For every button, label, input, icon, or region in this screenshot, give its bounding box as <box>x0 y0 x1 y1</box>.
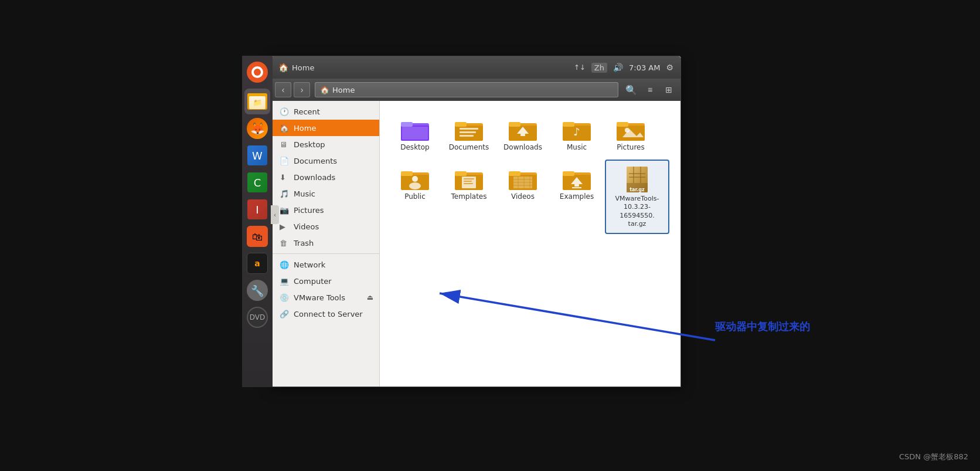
templates-folder-icon <box>454 165 484 191</box>
svg-rect-38 <box>509 171 520 176</box>
sidebar-collapse-toggle[interactable]: ‹ <box>271 205 279 224</box>
folder-music[interactable]: ♪ Music <box>551 110 603 157</box>
dock-item-ubuntu[interactable] <box>244 59 270 85</box>
dock-item-settings[interactable]: 🔧 <box>244 277 270 303</box>
svg-rect-2 <box>401 122 413 127</box>
dock-item-appstore[interactable]: 🛍 <box>244 223 270 249</box>
folder-examples[interactable]: Examples <box>551 160 603 234</box>
grid-view-button[interactable]: ⊞ <box>661 82 677 97</box>
svg-rect-17 <box>563 122 574 127</box>
location-bar[interactable]: 🏠 Home <box>315 82 618 97</box>
svg-rect-31 <box>455 171 467 176</box>
downloads-label: Downloads <box>294 173 335 182</box>
lang-indicator: Zh <box>591 63 607 73</box>
desktop-label: Desktop <box>294 140 325 149</box>
sidebar-item-pictures[interactable]: 📷 Pictures <box>271 202 379 218</box>
documents-icon: 📄 <box>280 157 289 165</box>
location-text: Home <box>332 86 355 94</box>
folder-downloads[interactable]: Downloads <box>497 110 549 157</box>
file-vmwaretools[interactable]: tar.gz VMwareTools-10.3.23-16594550.tar.… <box>605 160 669 234</box>
titlebar-right: ↑↓ Zh 🔊 7:03 AM ⚙ <box>574 63 673 73</box>
templates-folder-label: Templates <box>451 192 486 201</box>
folder-public[interactable]: Public <box>389 160 441 234</box>
network-label: Network <box>294 260 325 269</box>
dock-item-calc[interactable]: C <box>244 170 270 195</box>
back-button[interactable]: ‹ <box>275 82 291 97</box>
documents-label: Documents <box>294 157 337 165</box>
downloads-folder-label: Downloads <box>503 143 542 151</box>
folder-videos[interactable]: Videos <box>497 160 549 234</box>
titlebar: 🏠 Home ↑↓ Zh 🔊 7:03 AM ⚙ <box>271 56 680 79</box>
public-folder-icon <box>400 165 430 191</box>
dock-item-dvd[interactable]: DVD <box>244 304 270 330</box>
videos-label: Videos <box>294 222 319 231</box>
svg-rect-35 <box>464 183 473 184</box>
svg-rect-8 <box>460 131 476 133</box>
file-manager-window: 🏠 Home ↑↓ Zh 🔊 7:03 AM ⚙ ‹ › 🏠 Home 🔍 ≡ … <box>271 56 681 387</box>
sidebar-item-vmware[interactable]: 💿 VMware Tools ⏏ <box>271 289 379 306</box>
computer-label: Computer <box>294 277 332 286</box>
sidebar-item-videos[interactable]: ▶ Videos <box>271 218 379 235</box>
sidebar-item-documents[interactable]: 📄 Documents <box>271 153 379 169</box>
forward-button[interactable]: › <box>294 82 310 97</box>
svg-rect-50 <box>574 184 579 187</box>
examples-folder-icon <box>562 165 592 191</box>
list-view-button[interactable]: ≡ <box>642 82 658 97</box>
dock-item-impress[interactable]: I <box>244 196 270 222</box>
svg-text:tar.gz: tar.gz <box>629 187 645 192</box>
dock-item-firefox[interactable]: 🦊 <box>244 116 270 141</box>
sidebar-item-recent[interactable]: 🕐 Recent <box>271 103 379 120</box>
sidebar-item-downloads[interactable]: ⬇ Downloads <box>271 169 379 185</box>
sidebar-item-connect[interactable]: 🔗 Connect to Server <box>271 306 379 322</box>
dock: 📁 🦊 W C I 🛍 a 🔧 DVD <box>242 56 273 387</box>
svg-rect-21 <box>617 122 628 127</box>
annotation-text: 驱动器中复制过来的 <box>715 320 810 334</box>
svg-rect-34 <box>464 181 472 182</box>
sidebar-item-desktop[interactable]: 🖥 Desktop <box>271 136 379 153</box>
pictures-icon: 📷 <box>280 206 289 215</box>
sidebar-item-network[interactable]: 🌐 Network <box>271 256 379 273</box>
desktop-folder-icon <box>400 116 430 142</box>
folder-templates[interactable]: Templates <box>443 160 495 234</box>
music-folder-label: Music <box>567 143 587 151</box>
sidebar-item-trash[interactable]: 🗑 Trash <box>271 235 379 251</box>
folder-desktop[interactable]: Desktop <box>389 110 441 157</box>
sidebar-item-home[interactable]: 🏠 Home <box>271 120 379 136</box>
network-icon: 🌐 <box>280 260 289 269</box>
svg-rect-26 <box>401 171 413 176</box>
sidebar-divider-1 <box>271 253 379 254</box>
pictures-folder-label: Pictures <box>617 143 645 151</box>
desktop-icon: 🖥 <box>280 140 289 149</box>
downloads-sidebar-icon: ⬇ <box>280 173 289 182</box>
downloads-folder-icon <box>508 116 538 142</box>
settings-icon[interactable]: ⚙ <box>666 63 673 72</box>
search-button[interactable]: 🔍 <box>623 82 639 97</box>
documents-folder-icon <box>454 116 484 142</box>
sidebar-item-computer[interactable]: 💻 Computer <box>271 273 379 289</box>
folder-pictures[interactable]: Pictures <box>605 110 656 157</box>
sort-icon: ↑↓ <box>574 63 586 72</box>
home-label: Home <box>294 124 316 133</box>
svg-point-27 <box>412 176 418 182</box>
location-home-icon: 🏠 <box>320 86 329 94</box>
sidebar-item-music[interactable]: 🎵 Music <box>271 185 379 202</box>
dock-item-amazon[interactable]: a <box>244 250 270 276</box>
volume-icon[interactable]: 🔊 <box>613 63 623 72</box>
pictures-folder-icon <box>615 116 646 142</box>
dock-item-writer[interactable]: W <box>244 143 270 168</box>
trash-label: Trash <box>294 239 314 248</box>
svg-text:♪: ♪ <box>573 126 580 138</box>
folder-documents[interactable]: Documents <box>443 110 495 157</box>
file-grid: Desktop Documents <box>380 101 680 387</box>
content-area: 🕐 Recent 🏠 Home 🖥 Desktop 📄 Documents ⬇ … <box>271 101 680 387</box>
dock-item-files[interactable]: 📁 <box>244 89 270 114</box>
window-icon: 🏠 <box>278 63 288 72</box>
music-label: Music <box>294 189 315 198</box>
toolbar: ‹ › 🏠 Home 🔍 ≡ ⊞ <box>271 79 680 101</box>
vmware-icon: 💿 <box>280 293 289 302</box>
home-icon: 🏠 <box>280 124 289 133</box>
svg-rect-33 <box>464 178 474 179</box>
vmware-eject[interactable]: ⏏ <box>367 293 373 301</box>
vmwaretools-file-label: VMwareTools-10.3.23-16594550.tar.gz <box>608 195 666 228</box>
window-title: Home <box>292 63 314 72</box>
